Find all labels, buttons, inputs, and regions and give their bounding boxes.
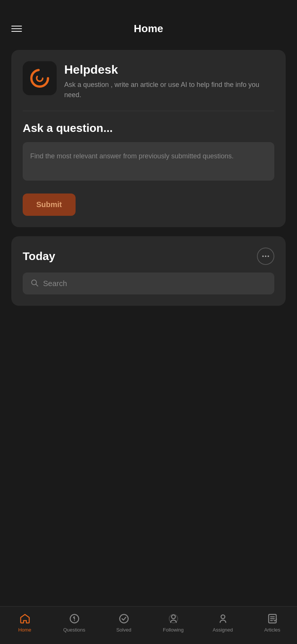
nav-label-questions: Questions [63,627,85,633]
nav-item-solved[interactable]: Solved [109,613,139,633]
nav-item-questions[interactable]: Questions [59,613,90,633]
helpdesk-title: Helpdesk [64,63,274,77]
svg-point-6 [119,615,128,623]
nav-label-solved: Solved [116,627,131,633]
svg-point-1 [37,75,43,81]
helpdesk-header: Helpdesk Ask a question , write an artic… [23,61,274,111]
nav-item-articles[interactable]: Articles [257,613,288,633]
following-icon [167,613,179,625]
svg-point-9 [221,615,225,619]
today-card: Today [11,236,286,306]
svg-point-5 [74,620,75,621]
today-title: Today [23,250,55,263]
today-header: Today [23,248,274,265]
search-input[interactable] [43,279,267,288]
svg-point-7 [172,615,175,619]
nav-label-articles: Articles [264,627,280,633]
search-bar [23,272,274,294]
submit-button[interactable]: Submit [23,194,76,216]
dot1 [262,255,264,257]
more-button[interactable] [257,248,274,265]
assigned-icon [217,613,229,625]
articles-icon [266,613,278,625]
helpdesk-description: Ask a question , write an article or use… [64,80,274,100]
main-content: Helpdesk Ask a question , write an artic… [0,42,297,606]
nav-item-following[interactable]: Following [158,613,189,633]
ask-title: Ask a question... [23,122,274,135]
solved-icon [118,613,130,625]
page-title: Home [134,23,163,35]
nav-label-following: Following [163,627,184,633]
question-input[interactable] [23,142,274,181]
svg-line-3 [36,284,38,286]
header: Home [0,0,297,42]
search-icon [30,279,39,288]
helpdesk-logo [23,61,57,95]
ask-section: Ask a question... Submit [23,122,274,216]
home-icon [19,613,31,625]
questions-icon [68,613,80,625]
helpdesk-info: Helpdesk Ask a question , write an artic… [64,61,274,100]
dot2 [265,255,266,257]
bottom-nav: Home Questions Solved [0,606,297,644]
menu-button[interactable] [11,26,22,32]
svg-point-0 [31,70,48,87]
nav-label-assigned: Assigned [213,627,233,633]
nav-item-home[interactable]: Home [10,613,40,633]
dot3 [268,255,269,257]
nav-item-assigned[interactable]: Assigned [208,613,238,633]
helpdesk-card: Helpdesk Ask a question , write an artic… [11,50,286,227]
nav-label-home: Home [18,627,31,633]
